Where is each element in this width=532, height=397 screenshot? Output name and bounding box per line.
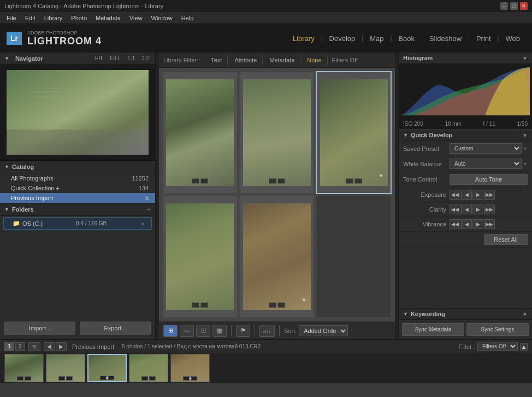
qd-clarity-r[interactable]: ▶	[472, 205, 483, 214]
film-thumb-2[interactable]	[46, 354, 85, 382]
menu-item-metadata[interactable]: Metadata	[91, 14, 125, 22]
qd-white-balance-row: White Balance Auto ▼	[399, 156, 532, 172]
catalog-quick-collection[interactable]: Quick Collection + 134	[0, 183, 155, 193]
nav-tab-web[interactable]: Web	[500, 32, 526, 45]
qd-vibrance-ll[interactable]: ◀◀	[450, 219, 460, 229]
film-prev-btn[interactable]: ◀	[44, 342, 55, 351]
qd-clarity-l[interactable]: ◀	[461, 205, 472, 214]
keywording-expand-icon[interactable]: ▼	[522, 311, 528, 317]
histogram-title: Histogram	[403, 55, 433, 61]
film-ctrl-1	[17, 376, 31, 381]
loupe-view-btn[interactable]: ▭	[180, 325, 194, 337]
film-thumb-4[interactable]	[129, 354, 168, 382]
qd-exposure-r[interactable]: ▶	[472, 190, 483, 200]
film-source-label[interactable]: Previous Import	[72, 343, 114, 350]
catalog-previous-import-count: 5	[145, 195, 149, 201]
film-next-btn[interactable]: ▶	[56, 342, 67, 351]
menu-item-help[interactable]: Help	[177, 14, 198, 22]
grid-cell-6[interactable]	[317, 196, 391, 317]
catalog-collapse-icon[interactable]: ▼	[4, 164, 9, 170]
toolbar: ⊞ ▭ ⊡ ▦ ⚑ a↕z Sort: Added Orde	[159, 322, 395, 339]
import-button[interactable]: Import...	[4, 322, 75, 335]
qd-collapse-icon[interactable]: ▼	[403, 132, 408, 138]
catalog-all-photos-label: All Photographs	[11, 175, 54, 182]
qd-reset-btn[interactable]: Reset All	[484, 234, 528, 245]
qd-clarity-ll[interactable]: ◀◀	[450, 205, 460, 214]
qd-vibrance-r[interactable]: ▶	[472, 219, 483, 229]
menu-item-edit[interactable]: Edit	[21, 14, 40, 22]
menu-item-photo[interactable]: Photo	[67, 14, 91, 22]
qd-tone-label: Tone Control	[403, 176, 450, 183]
grid-view: ★ ★	[159, 68, 395, 322]
filter-tab-none[interactable]: None	[302, 55, 327, 65]
grid-cell-3[interactable]: ★	[317, 72, 391, 193]
qd-exposure-rr[interactable]: ▶▶	[484, 190, 495, 200]
nav-1-2-btn[interactable]: 1:2	[140, 55, 151, 62]
nav-1-1-btn[interactable]: 1:1	[126, 55, 137, 62]
grid-cell-5[interactable]: ★	[240, 196, 314, 317]
film-thumb-1[interactable]	[4, 354, 44, 382]
sort-select[interactable]: Added Orde	[299, 325, 348, 336]
catalog-all-photos[interactable]: All Photographs 11252	[0, 173, 155, 183]
qd-exposure-l[interactable]: ◀	[461, 190, 472, 200]
qd-exposure-ll[interactable]: ◀◀	[450, 190, 460, 200]
maximize-button[interactable]: □	[510, 2, 518, 10]
sync-metadata-btn[interactable]: Sync Metadata	[402, 323, 464, 336]
film-thumb-3[interactable]: ★	[87, 354, 127, 382]
compare-view-btn[interactable]: ⊡	[196, 325, 210, 337]
filter-tab-text[interactable]: Text	[205, 55, 228, 65]
page-2-btn[interactable]: 2	[15, 342, 25, 351]
folder-icon: 📁	[13, 220, 20, 227]
qd-white-balance-select[interactable]: Auto	[450, 159, 522, 169]
menu-item-view[interactable]: View	[125, 14, 147, 22]
qd-vibrance-rr[interactable]: ▶▶	[484, 219, 495, 229]
nav-fit-btn[interactable]: FIT	[93, 55, 105, 62]
navigator-collapse-icon[interactable]: ▼	[4, 56, 9, 61]
qd-vibrance-l[interactable]: ◀	[461, 219, 472, 229]
survey-view-btn[interactable]: ▦	[212, 325, 227, 337]
export-button[interactable]: Export...	[80, 322, 151, 335]
film-thumb-5[interactable]: ★	[170, 354, 210, 382]
grid-cell-4[interactable]	[163, 196, 237, 317]
menu-item-window[interactable]: Window	[147, 14, 177, 22]
nav-tab-map[interactable]: Map	[364, 32, 389, 45]
folder-collapse-icon[interactable]: ◄	[140, 221, 145, 226]
qd-title: Quick Develop	[411, 132, 452, 138]
add-folder-icon[interactable]: +	[147, 206, 151, 213]
nav-fill-btn[interactable]: FILL	[108, 55, 122, 62]
nav-tab-print[interactable]: Print	[471, 32, 496, 45]
quick-develop-section: ▼ Quick Develop ▼ Saved Preset Custom ▼ …	[399, 130, 532, 308]
nav-tab-library[interactable]: Library	[287, 32, 320, 45]
qd-auto-tone-btn[interactable]: Auto Tone	[450, 174, 528, 185]
filter-tab-metadata[interactable]: Metadata	[264, 55, 300, 65]
sort-az-btn[interactable]: a↕z	[259, 325, 275, 337]
film-filter-select[interactable]: Filters Off	[477, 342, 518, 351]
sync-settings-btn[interactable]: Sync Settings	[466, 323, 529, 336]
menu-item-library[interactable]: Library	[40, 14, 67, 22]
folders-collapse-icon[interactable]: ▼	[4, 207, 9, 212]
minimize-button[interactable]: –	[500, 2, 508, 10]
page-1-btn[interactable]: 1	[4, 342, 14, 351]
qd-clarity-rr[interactable]: ▶▶	[484, 205, 495, 214]
film-ctrl-4b	[149, 376, 156, 381]
cell-ctrl-4a	[192, 302, 199, 308]
catalog-previous-import[interactable]: Previous Import 5	[0, 193, 155, 203]
qd-saved-preset-select[interactable]: Custom	[450, 143, 522, 154]
nav-tab-book[interactable]: Book	[393, 32, 420, 45]
close-button[interactable]: ✕	[520, 2, 528, 10]
menu-item-file[interactable]: File	[2, 14, 21, 22]
grid-cell-2[interactable]	[240, 72, 314, 193]
film-ctrl-1a	[17, 376, 23, 381]
folder-os-c[interactable]: 📁 OS (C:) 8.4 / 116 GB ◄	[3, 217, 152, 230]
nav-tab-slideshow[interactable]: Slideshow	[424, 32, 467, 45]
histogram-collapse[interactable]: ▼	[522, 55, 528, 61]
keywording-collapse-icon[interactable]: ▼	[403, 311, 408, 317]
grid-toggle-btn[interactable]: ⊞	[28, 342, 40, 351]
flag-btn[interactable]: ⚑	[236, 325, 250, 337]
filter-tab-attribute[interactable]: Attribute	[229, 55, 263, 65]
nav-tab-develop[interactable]: Develop	[324, 32, 361, 45]
qd-expand-icon[interactable]: ▼	[522, 132, 528, 138]
grid-view-btn[interactable]: ⊞	[163, 325, 178, 337]
grid-cell-1[interactable]	[163, 72, 237, 193]
filmstrip-expand-btn[interactable]: ▲	[520, 343, 528, 351]
